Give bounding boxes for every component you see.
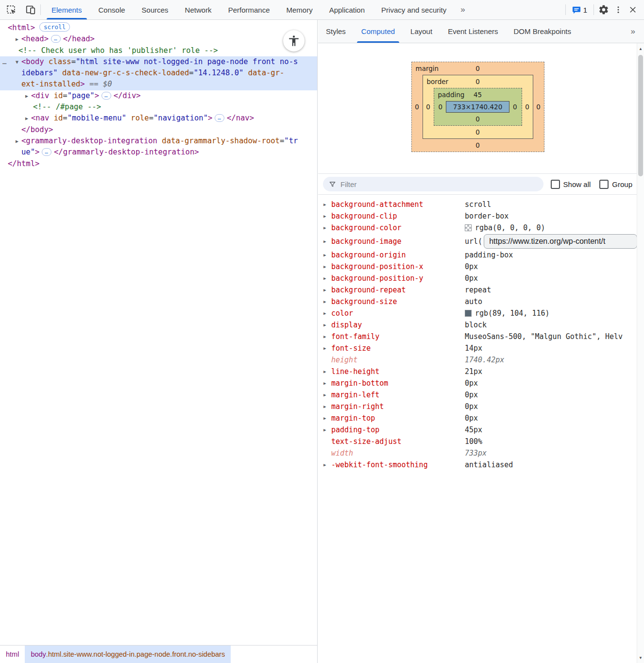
dom-tree-line[interactable]: …▼<body class="html site-www not-logged-… [0,56,317,68]
dom-tree-line[interactable]: <!-- /#page --> [0,102,317,113]
property-expand-icon[interactable]: ▶ [323,264,331,269]
padding-right-value[interactable]: 0 [509,103,520,111]
background-image-url-link[interactable]: https://www.tizen.org/wp-content/t [484,234,637,249]
computed-property-row[interactable]: ▶background-attachmentscroll [318,199,637,210]
property-expand-icon[interactable]: ▶ [323,276,331,281]
computed-property-row[interactable]: ▶-webkit-font-smoothingantialiased [318,459,637,471]
dom-tree-line[interactable]: <!-- Check user who has 'publisher' role… [0,45,317,56]
property-expand-icon[interactable]: ▶ [323,416,331,421]
inline-expand-icon[interactable]: … [42,148,51,156]
dom-tree-line[interactable]: ue">…</grammarly-desktop-integration> [0,147,317,158]
computed-property-row[interactable]: ▶background-position-y0px [318,272,637,284]
computed-property-row[interactable]: ▶displayblock [318,319,637,331]
property-expand-icon[interactable]: ▶ [323,311,331,316]
computed-property-row[interactable]: ▶background-clipborder-box [318,210,637,222]
expand-arrow-icon[interactable]: ▶ [23,90,31,102]
border-right-value[interactable]: 0 [522,103,533,111]
computed-property-row[interactable]: ▶margin-right0px [318,401,637,412]
collapse-arrow-icon[interactable]: ▼ [13,56,21,68]
property-expand-icon[interactable]: ▶ [323,462,331,467]
filter-input[interactable]: Filter [323,177,543,191]
property-expand-icon[interactable]: ▶ [323,323,331,327]
dom-tree-line[interactable]: ▶<grammarly-desktop-integration data-gra… [0,136,317,147]
device-toolbar-icon[interactable] [23,2,38,17]
box-model-content[interactable]: 733×1740.420 [446,101,510,113]
property-expand-icon[interactable]: ▶ [323,392,331,397]
scrollbar-up-arrow[interactable]: ▲ [637,45,644,52]
color-swatch-icon[interactable] [465,224,472,231]
show-all-toggle[interactable]: Show all [551,180,591,189]
property-expand-icon[interactable]: ▶ [323,299,331,304]
computed-property-row[interactable]: ▶margin-left0px [318,389,637,401]
dom-tree-line[interactable]: ext-installed> == $0 [0,79,317,90]
computed-property-row[interactable]: ▶margin-top0px [318,412,637,424]
tab-elements[interactable]: Elements [43,0,90,19]
property-expand-icon[interactable]: ▶ [323,427,331,432]
scrollbar-down-arrow[interactable]: ▼ [637,654,644,661]
kebab-menu-icon[interactable] [611,2,626,17]
dom-tree-line[interactable]: idebars" data-new-gr-c-s-check-loaded="1… [0,68,317,79]
margin-bottom-value[interactable]: 0 [475,141,480,149]
property-expand-icon[interactable]: ▶ [323,404,331,409]
dom-tree-line[interactable]: <html>scroll [0,22,317,34]
computed-property-row[interactable]: ▶background-position-x0px [318,261,637,272]
dom-tree-line[interactable]: </html> [0,158,317,170]
margin-right-value[interactable]: 0 [533,103,544,111]
accessibility-overlay-icon[interactable] [283,30,305,51]
more-tabs-icon[interactable]: » [455,5,470,15]
property-expand-icon[interactable]: ▶ [323,381,331,386]
box-model-border[interactable]: border 0 0 padding 45 [423,75,533,139]
border-bottom-value[interactable]: 0 [475,128,480,136]
tab-network[interactable]: Network [177,0,220,19]
computed-property-row[interactable]: height1740.42px [318,354,637,366]
scroll-badge[interactable]: scroll [39,22,70,32]
node-overflow-icon[interactable]: … [2,56,7,68]
computed-property-row[interactable]: ▶font-familyMuseoSans-500, "Malgun Gothi… [318,331,637,342]
margin-left-value[interactable]: 0 [412,103,423,111]
settings-gear-icon[interactable] [596,2,611,17]
dom-tree-line[interactable]: ▶<nav id="mobile-menu" role="navigation"… [0,113,317,124]
computed-property-row[interactable]: ▶line-height21px [318,366,637,377]
computed-property-row[interactable]: ▶background-repeatrepeat [318,284,637,296]
box-model-margin[interactable]: margin 0 0 border 0 0 [411,62,544,152]
group-toggle[interactable]: Group [599,180,632,189]
computed-property-row[interactable]: ▶background-imageurl(https://www.tizen.o… [318,234,637,249]
computed-property-row[interactable]: width733px [318,447,637,459]
sidebar-tab-event-listeners[interactable]: Event Listeners [440,20,506,43]
tab-sources[interactable]: Sources [134,0,177,19]
expand-arrow-icon[interactable]: ▶ [23,113,31,124]
border-top-value[interactable]: 0 [475,78,480,85]
breadcrumb-item-body[interactable]: body.html.site-www.not-logged-in.page-no… [25,646,231,663]
property-expand-icon[interactable]: ▶ [323,346,331,351]
property-expand-icon[interactable]: ▶ [323,253,331,257]
property-expand-icon[interactable]: ▶ [323,239,331,244]
dom-tree-line[interactable]: ▶<div id="page">…</div> [0,90,317,102]
dom-tree-line[interactable]: </body> [0,124,317,136]
computed-property-row[interactable]: ▶padding-top45px [318,424,637,436]
property-expand-icon[interactable]: ▶ [323,369,331,374]
tab-application[interactable]: Application [321,0,373,19]
inline-expand-icon[interactable]: … [215,114,224,122]
tab-console[interactable]: Console [90,0,134,19]
sidebar-tab-layout[interactable]: Layout [403,20,440,43]
breadcrumb-item-html[interactable]: html [0,646,25,663]
inspect-element-icon[interactable] [4,2,18,17]
computed-property-row[interactable]: ▶background-originpadding-box [318,249,637,261]
expand-arrow-icon[interactable]: ▶ [13,136,21,147]
tab-memory[interactable]: Memory [278,0,321,19]
padding-bottom-value[interactable]: 0 [475,115,480,123]
tab-performance[interactable]: Performance [220,0,278,19]
padding-left-value[interactable]: 0 [435,103,446,111]
property-expand-icon[interactable]: ▶ [323,334,331,339]
expand-arrow-icon[interactable]: ▶ [13,34,21,45]
property-expand-icon[interactable]: ▶ [323,202,331,207]
computed-property-row[interactable]: ▶background-colorrgba(0, 0, 0, 0) [318,222,637,234]
close-icon[interactable] [626,2,640,17]
box-model-padding[interactable]: padding 45 0 733×1740.420 0 0 [434,88,522,126]
more-sidebar-tabs-icon[interactable]: » [631,20,644,43]
scrollbar-thumb[interactable] [638,55,643,176]
inline-expand-icon[interactable]: … [102,92,111,100]
group-checkbox[interactable] [599,180,609,189]
issues-button[interactable]: 1 [568,6,591,14]
computed-property-row[interactable]: ▶font-size14px [318,342,637,354]
